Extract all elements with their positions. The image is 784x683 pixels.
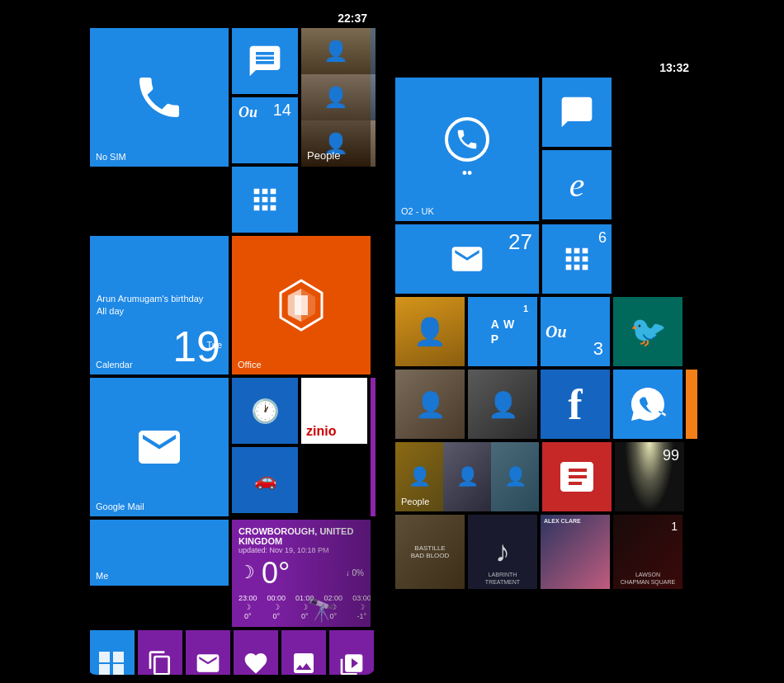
p2-tile-photo1[interactable]: 👤 xyxy=(395,297,465,366)
col-center-2: 🕐 🚗 xyxy=(232,378,298,516)
person-1: 👤 xyxy=(301,28,371,74)
tile-clock[interactable]: 🕐 xyxy=(232,378,298,444)
tile-photos[interactable] xyxy=(281,630,326,675)
time-2: 13:32 xyxy=(659,61,689,74)
col-center-1: Ou 14 xyxy=(232,28,298,233)
tile-weather[interactable]: CROWBOROUGH, UNITED KINGDOM updated: Nov… xyxy=(232,520,371,627)
p2-tile-flashlight[interactable]: 99 xyxy=(615,442,684,511)
p2-tile-whatsapp[interactable] xyxy=(613,370,682,439)
weather-decoration: 🔭 xyxy=(272,520,371,627)
p2-outlook-count: 3 xyxy=(593,338,603,360)
tile-store[interactable] xyxy=(232,167,298,233)
p2-phone-label: O2 - UK xyxy=(401,206,434,217)
calendar-date: 19 xyxy=(172,325,220,368)
row-2: Arun Arumugam's birthdayAll day Calendar… xyxy=(90,236,372,374)
p2-tile-kapp[interactable]: k xyxy=(686,370,697,439)
tile-people[interactable]: 👤 👤 👤 👤 👤 xyxy=(301,28,375,167)
row-4: Me CROWBOROUGH, UNITED KINGDOM updated: … xyxy=(90,520,372,627)
p2-tile-photo2[interactable]: 👤 xyxy=(395,370,465,439)
tile-rotate[interactable] xyxy=(138,630,182,675)
p2-people-label: People xyxy=(401,497,429,507)
p2-album-4[interactable]: LAWSONCHAPMAN SQUARE 1 xyxy=(613,515,682,589)
person-6: 👤 xyxy=(371,120,375,167)
p2-col-right-1: e xyxy=(542,78,612,221)
status-bar-2: 13:32 xyxy=(392,58,697,78)
p2-tile-store[interactable]: 6 xyxy=(542,224,612,294)
people-grid: 👤 👤 👤 👤 👤 xyxy=(301,28,375,167)
windows-grid xyxy=(99,652,125,675)
p2-tile-news[interactable] xyxy=(542,442,612,511)
tile-me[interactable]: Me xyxy=(90,520,229,586)
p2-tile-outlook[interactable]: Ou 3 xyxy=(541,297,610,366)
tile-start[interactable] xyxy=(90,630,135,675)
p2-album-2[interactable]: ♪ LABRINTHTREATMENT xyxy=(468,515,537,589)
p2-row-4: 👤 👤 f k xyxy=(395,370,694,439)
p2-tile-bird[interactable]: 🐦 xyxy=(613,297,682,366)
p2-row-2: 27 6 xyxy=(395,224,694,294)
p2-row-1: •• O2 - UK e xyxy=(395,78,694,221)
phone-circle xyxy=(445,117,489,162)
p2-row-6: BASTILLEBAD BLOOD ♪ LABRINTHTREATMENT AL… xyxy=(395,515,694,589)
svg-marker-3 xyxy=(288,289,301,322)
time-1: 22:37 xyxy=(338,12,367,25)
tile-email-purple[interactable] xyxy=(186,630,230,675)
p2-store-count: 6 xyxy=(598,229,607,247)
p2-tile-msg[interactable] xyxy=(542,78,612,147)
p2-tile-mail[interactable]: 27 xyxy=(395,224,539,294)
tile-outlook[interactable]: Ou 14 xyxy=(232,97,298,163)
p2-tile-phone[interactable]: •• O2 - UK xyxy=(395,78,539,221)
row-3: Google Mail 🕐 🚗 zinio Nokia Cam xyxy=(90,378,372,516)
tile-phone[interactable]: No SIM xyxy=(90,28,229,167)
awp-badge: 1 xyxy=(517,300,534,317)
tile-health[interactable] xyxy=(234,630,278,675)
phone-2: 13:32 •• O2 - UK xyxy=(392,58,697,635)
album-badge: 1 xyxy=(671,520,678,533)
tile-photos2[interactable] xyxy=(329,630,374,675)
office-label: Office xyxy=(238,360,262,370)
p2-tile-people[interactable]: 👤 👤 👤 People xyxy=(395,442,539,511)
phone-label: No SIM xyxy=(96,152,126,163)
p2-tile-photo3[interactable]: 👤 xyxy=(468,370,537,439)
people-label: People xyxy=(307,149,340,163)
me-label: Me xyxy=(96,571,108,582)
person-2: 👤 xyxy=(371,28,375,74)
tile-car[interactable]: 🚗 xyxy=(232,447,298,513)
person-4: 👤 xyxy=(371,74,375,120)
p2-tile-awp[interactable]: A W P 1 xyxy=(468,297,537,366)
calendar-label: Calendar xyxy=(96,360,133,370)
row-1: No SIM Ou 14 xyxy=(90,28,372,233)
p2-mail-count: 27 xyxy=(508,229,532,255)
tiles-container-2: •• O2 - UK e xyxy=(392,78,697,589)
tile-calendar[interactable]: Arun Arumugam's birthdayAll day Calendar… xyxy=(90,236,229,374)
p2-album-1[interactable]: BASTILLEBAD BLOOD xyxy=(395,515,465,589)
awp-grid: A W P xyxy=(484,311,521,352)
phone-icon-group: •• xyxy=(445,117,489,182)
phone-1: 22:37 No SIM xyxy=(87,8,375,675)
tiles-container-1: No SIM Ou 14 xyxy=(87,28,375,675)
tile-office[interactable]: Office xyxy=(232,236,371,374)
forecast-0: 23:00 ☽ 0° xyxy=(239,594,257,620)
p2-tile-ie[interactable]: e xyxy=(542,150,612,219)
calendar-event: Arun Arumugam's birthdayAll day xyxy=(97,293,203,318)
tile-messaging[interactable] xyxy=(232,28,298,94)
p2-album-3[interactable]: ALEX CLARE xyxy=(541,515,610,589)
person-3: 👤 xyxy=(301,74,371,120)
flashlight-count: 99 xyxy=(663,447,679,464)
music-note: ♪ xyxy=(495,535,510,569)
row-5 xyxy=(90,630,372,675)
tile-zinio[interactable]: zinio xyxy=(301,378,367,444)
p2-row-5: 👤 👤 👤 People 99 xyxy=(395,442,694,511)
tile-camera[interactable]: Nokia Camera xyxy=(371,378,375,516)
p2-tile-facebook[interactable]: f xyxy=(541,370,610,439)
outlook-badge: 14 xyxy=(273,101,291,120)
p2-row-3: 👤 A W P 1 Ou 3 🐦 xyxy=(395,297,694,366)
gmail-label: Google Mail xyxy=(96,502,144,512)
tile-gmail[interactable]: Google Mail xyxy=(90,378,229,516)
status-bar-1: 22:37 xyxy=(87,8,375,28)
